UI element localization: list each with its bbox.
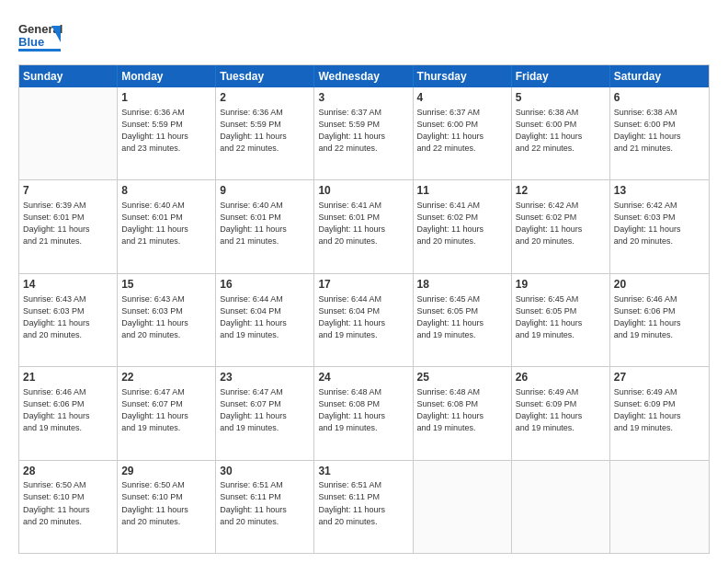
cell-info: Sunrise: 6:46 AM Sunset: 6:06 PM Dayligh… [23, 386, 113, 434]
calendar-cell: 6Sunrise: 6:38 AM Sunset: 6:00 PM Daylig… [610, 87, 709, 179]
logo-icon: General Blue [18, 17, 66, 57]
day-number: 30 [220, 464, 310, 479]
day-number: 11 [417, 183, 507, 199]
day-number: 4 [417, 90, 507, 106]
day-number: 14 [23, 277, 113, 293]
calendar-cell: 7Sunrise: 6:39 AM Sunset: 6:01 PM Daylig… [19, 180, 118, 272]
calendar-cell: 3Sunrise: 6:37 AM Sunset: 5:59 PM Daylig… [314, 87, 413, 179]
header: General Blue [18, 17, 710, 57]
day-number: 22 [121, 370, 211, 385]
day-number: 23 [220, 370, 310, 385]
calendar-cell [19, 87, 118, 179]
day-number: 6 [614, 90, 705, 106]
calendar-cell: 26Sunrise: 6:49 AM Sunset: 6:09 PM Dayli… [512, 367, 610, 459]
cell-info: Sunrise: 6:47 AM Sunset: 6:07 PM Dayligh… [121, 386, 211, 434]
weekday-header: Thursday [414, 65, 512, 87]
cell-info: Sunrise: 6:40 AM Sunset: 6:01 PM Dayligh… [220, 200, 310, 247]
calendar-cell: 25Sunrise: 6:48 AM Sunset: 6:08 PM Dayli… [414, 367, 512, 459]
cell-info: Sunrise: 6:38 AM Sunset: 6:00 PM Dayligh… [614, 107, 705, 155]
page: General Blue SundayMondayTuesdayWednesda… [0, 0, 728, 563]
calendar-cell: 16Sunrise: 6:44 AM Sunset: 6:04 PM Dayli… [216, 274, 314, 366]
day-number: 13 [614, 183, 705, 199]
cell-info: Sunrise: 6:37 AM Sunset: 5:59 PM Dayligh… [318, 107, 408, 155]
calendar-cell [512, 461, 610, 553]
cell-info: Sunrise: 6:36 AM Sunset: 5:59 PM Dayligh… [220, 107, 310, 155]
calendar-cell: 9Sunrise: 6:40 AM Sunset: 6:01 PM Daylig… [216, 180, 314, 272]
cell-info: Sunrise: 6:47 AM Sunset: 6:07 PM Dayligh… [220, 386, 310, 434]
day-number: 20 [614, 277, 705, 293]
day-number: 19 [516, 277, 606, 293]
cell-info: Sunrise: 6:39 AM Sunset: 6:01 PM Dayligh… [23, 200, 113, 247]
calendar-body: 1Sunrise: 6:36 AM Sunset: 5:59 PM Daylig… [19, 87, 709, 553]
calendar-cell: 19Sunrise: 6:45 AM Sunset: 6:05 PM Dayli… [512, 274, 610, 366]
logo: General Blue [18, 17, 66, 57]
cell-info: Sunrise: 6:45 AM Sunset: 6:05 PM Dayligh… [516, 293, 606, 341]
day-number: 3 [318, 90, 408, 106]
cell-info: Sunrise: 6:49 AM Sunset: 6:09 PM Dayligh… [614, 386, 705, 434]
cell-info: Sunrise: 6:44 AM Sunset: 6:04 PM Dayligh… [220, 293, 310, 341]
calendar-cell: 2Sunrise: 6:36 AM Sunset: 5:59 PM Daylig… [216, 87, 314, 179]
day-number: 1 [121, 90, 211, 106]
calendar-cell: 18Sunrise: 6:45 AM Sunset: 6:05 PM Dayli… [414, 274, 512, 366]
day-number: 28 [23, 464, 113, 479]
calendar-row: 28Sunrise: 6:50 AM Sunset: 6:10 PM Dayli… [19, 461, 709, 553]
calendar: SundayMondayTuesdayWednesdayThursdayFrid… [18, 64, 710, 554]
calendar-cell: 1Sunrise: 6:36 AM Sunset: 5:59 PM Daylig… [118, 87, 216, 179]
day-number: 29 [121, 464, 211, 479]
svg-text:Blue: Blue [18, 35, 44, 49]
calendar-cell: 13Sunrise: 6:42 AM Sunset: 6:03 PM Dayli… [610, 180, 709, 272]
calendar-cell: 30Sunrise: 6:51 AM Sunset: 6:11 PM Dayli… [216, 461, 314, 553]
cell-info: Sunrise: 6:50 AM Sunset: 6:10 PM Dayligh… [121, 479, 211, 527]
cell-info: Sunrise: 6:49 AM Sunset: 6:09 PM Dayligh… [516, 386, 606, 434]
weekday-header: Friday [512, 65, 610, 87]
calendar-cell: 17Sunrise: 6:44 AM Sunset: 6:04 PM Dayli… [314, 274, 413, 366]
calendar-header: SundayMondayTuesdayWednesdayThursdayFrid… [19, 65, 709, 87]
calendar-cell: 28Sunrise: 6:50 AM Sunset: 6:10 PM Dayli… [19, 461, 118, 553]
calendar-cell: 21Sunrise: 6:46 AM Sunset: 6:06 PM Dayli… [19, 367, 118, 459]
calendar-cell [414, 461, 512, 553]
cell-info: Sunrise: 6:50 AM Sunset: 6:10 PM Dayligh… [23, 479, 113, 527]
day-number: 8 [121, 183, 211, 199]
calendar-cell: 15Sunrise: 6:43 AM Sunset: 6:03 PM Dayli… [118, 274, 216, 366]
day-number: 17 [318, 277, 408, 293]
calendar-cell: 5Sunrise: 6:38 AM Sunset: 6:00 PM Daylig… [512, 87, 610, 179]
calendar-row: 1Sunrise: 6:36 AM Sunset: 5:59 PM Daylig… [19, 87, 709, 180]
calendar-cell: 4Sunrise: 6:37 AM Sunset: 6:00 PM Daylig… [414, 87, 512, 179]
calendar-cell: 8Sunrise: 6:40 AM Sunset: 6:01 PM Daylig… [118, 180, 216, 272]
weekday-header: Tuesday [216, 65, 314, 87]
cell-info: Sunrise: 6:41 AM Sunset: 6:02 PM Dayligh… [417, 200, 507, 247]
day-number: 5 [516, 90, 606, 106]
cell-info: Sunrise: 6:42 AM Sunset: 6:03 PM Dayligh… [614, 200, 705, 247]
weekday-header: Sunday [19, 65, 118, 87]
cell-info: Sunrise: 6:40 AM Sunset: 6:01 PM Dayligh… [121, 200, 211, 247]
day-number: 10 [318, 183, 408, 199]
cell-info: Sunrise: 6:45 AM Sunset: 6:05 PM Dayligh… [417, 293, 507, 341]
day-number: 25 [417, 370, 507, 385]
cell-info: Sunrise: 6:48 AM Sunset: 6:08 PM Dayligh… [417, 386, 507, 434]
calendar-cell: 11Sunrise: 6:41 AM Sunset: 6:02 PM Dayli… [414, 180, 512, 272]
calendar-cell: 31Sunrise: 6:51 AM Sunset: 6:11 PM Dayli… [314, 461, 413, 553]
day-number: 31 [318, 464, 408, 479]
weekday-header: Monday [118, 65, 216, 87]
cell-info: Sunrise: 6:46 AM Sunset: 6:06 PM Dayligh… [614, 293, 705, 341]
day-number: 21 [23, 370, 113, 385]
day-number: 24 [318, 370, 408, 385]
calendar-cell: 23Sunrise: 6:47 AM Sunset: 6:07 PM Dayli… [216, 367, 314, 459]
cell-info: Sunrise: 6:36 AM Sunset: 5:59 PM Dayligh… [121, 107, 211, 155]
calendar-row: 21Sunrise: 6:46 AM Sunset: 6:06 PM Dayli… [19, 367, 709, 460]
cell-info: Sunrise: 6:43 AM Sunset: 6:03 PM Dayligh… [121, 293, 211, 341]
weekday-header: Wednesday [314, 65, 413, 87]
weekday-header: Saturday [610, 65, 709, 87]
calendar-cell: 12Sunrise: 6:42 AM Sunset: 6:02 PM Dayli… [512, 180, 610, 272]
day-number: 15 [121, 277, 211, 293]
day-number: 26 [516, 370, 606, 385]
cell-info: Sunrise: 6:41 AM Sunset: 6:01 PM Dayligh… [318, 200, 408, 247]
calendar-row: 7Sunrise: 6:39 AM Sunset: 6:01 PM Daylig… [19, 180, 709, 273]
cell-info: Sunrise: 6:44 AM Sunset: 6:04 PM Dayligh… [318, 293, 408, 341]
calendar-cell: 20Sunrise: 6:46 AM Sunset: 6:06 PM Dayli… [610, 274, 709, 366]
cell-info: Sunrise: 6:38 AM Sunset: 6:00 PM Dayligh… [516, 107, 606, 155]
calendar-cell: 29Sunrise: 6:50 AM Sunset: 6:10 PM Dayli… [118, 461, 216, 553]
calendar-cell: 27Sunrise: 6:49 AM Sunset: 6:09 PM Dayli… [610, 367, 709, 459]
day-number: 18 [417, 277, 507, 293]
svg-rect-3 [18, 49, 61, 52]
